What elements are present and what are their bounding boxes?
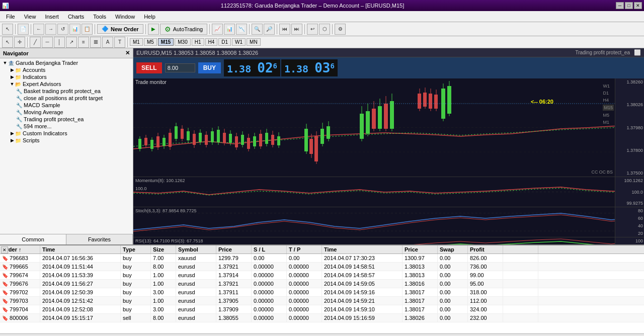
rsi-chart[interactable]: RSI(13): 64.7100 RSI(3): 67.7518 100 70 … bbox=[133, 237, 644, 244]
new-order-button[interactable]: 🔷 New Order bbox=[97, 24, 143, 34]
period-mn[interactable]: MN bbox=[247, 38, 261, 46]
tree-ea-ma[interactable]: 🔧 Moving Average bbox=[1, 109, 132, 116]
tree-ea-closeall[interactable]: 🔧 close all positions at profit target bbox=[1, 95, 132, 102]
toolbar-autotrade-icon[interactable]: ▶ bbox=[148, 24, 159, 35]
cell-order: 🔖 799704 bbox=[0, 305, 40, 313]
period-m15[interactable]: M15 bbox=[158, 38, 174, 46]
draw-crosshair[interactable]: ✛ bbox=[14, 37, 25, 48]
draw-text[interactable]: A bbox=[102, 37, 113, 48]
draw-label[interactable]: T bbox=[114, 37, 125, 48]
toolbar-templates[interactable]: 📋 bbox=[82, 24, 93, 35]
navigator-panel: Navigator ✕ ▼ 🏦 Garuda Berjangka Trader … bbox=[0, 48, 133, 244]
sell-button[interactable]: SELL bbox=[136, 62, 162, 73]
period-h1[interactable]: H1 bbox=[192, 38, 204, 46]
expand-icon[interactable]: ▼ bbox=[2, 60, 8, 66]
toolbar-chart-type2[interactable]: 📊 bbox=[224, 24, 235, 35]
table-row[interactable]: 🔖 799676 2014.04.09 11:56:27 buy 1.00 eu… bbox=[0, 280, 644, 288]
chart-maximize[interactable]: ⬜ bbox=[634, 49, 641, 56]
cell-swap: 0.00 bbox=[438, 314, 468, 322]
menu-view[interactable]: View bbox=[20, 13, 40, 21]
scripts-expand[interactable]: ▶ bbox=[9, 137, 15, 143]
tree-ea-basket[interactable]: 🔧 Basket trading profit protect_ea bbox=[1, 88, 132, 95]
toolbar-back[interactable]: ← bbox=[33, 24, 44, 35]
draw-line[interactable]: ╱ bbox=[30, 37, 41, 48]
autotrading-button[interactable]: ⚙ AutoTrading bbox=[160, 24, 208, 35]
cell-type: buy bbox=[121, 297, 151, 305]
menu-help[interactable]: Help bbox=[140, 13, 159, 21]
period-w1[interactable]: W1 bbox=[232, 38, 246, 46]
tree-root[interactable]: ▼ 🏦 Garuda Berjangka Trader bbox=[1, 59, 132, 66]
toolbar-objects[interactable]: ⬡ bbox=[319, 24, 330, 35]
cell-close-time: 2014.04.09 14:59:16 bbox=[322, 288, 403, 296]
period-m30[interactable]: M30 bbox=[175, 38, 190, 46]
tree-ea-more[interactable]: 🔧 594 more... bbox=[1, 123, 132, 130]
toolbar-chart-type3[interactable]: 📉 bbox=[236, 24, 247, 35]
ea-expand[interactable]: ▼ bbox=[9, 81, 15, 87]
period-d1[interactable]: D1 bbox=[218, 38, 231, 46]
tree-accounts[interactable]: ▶ 📁 Accounts bbox=[1, 66, 132, 73]
toolbar-new-chart[interactable]: 📄 bbox=[18, 24, 29, 35]
tree-ea-trading[interactable]: 🔧 Trading profit protect_ea bbox=[1, 116, 132, 123]
toolbar-undo[interactable]: ↩ bbox=[307, 24, 318, 35]
tree-ea-folder[interactable]: ▼ 📂 Expert Advisors bbox=[1, 80, 132, 88]
toolbar-zoom-in[interactable]: 🔍 bbox=[252, 24, 263, 35]
toolbar-refresh[interactable]: ↺ bbox=[57, 24, 68, 35]
table-row[interactable]: 🔖 799702 2014.04.09 12:50:39 buy 3.00 eu… bbox=[0, 288, 644, 297]
menu-insert[interactable]: Insert bbox=[41, 13, 63, 21]
nav-tab-common[interactable]: Common bbox=[0, 234, 66, 244]
tree-custom-ind[interactable]: ▶ 📁 Custom Indicators bbox=[1, 130, 132, 137]
draw-arrow[interactable]: ↗ bbox=[66, 37, 77, 48]
toolbar-indicators[interactable]: 📊 bbox=[69, 24, 80, 35]
table-row[interactable]: 🔖 799703 2014.04.09 12:51:42 buy 1.00 eu… bbox=[0, 297, 644, 305]
table-row[interactable]: 🔖 800006 2014.04.09 15:15:17 sell 8.00 e… bbox=[0, 314, 644, 322]
toolbar-forward[interactable]: → bbox=[45, 24, 56, 35]
cell-symbol: eurusd bbox=[176, 263, 216, 271]
close-button[interactable]: ✕ bbox=[634, 2, 642, 9]
terminal-close-button[interactable]: ✕ bbox=[1, 246, 8, 254]
period-m1[interactable]: M1 bbox=[130, 38, 143, 46]
table-row[interactable]: 🔖 796683 2014.04.07 16:56:36 buy 7.00 xa… bbox=[0, 254, 644, 263]
toolbar-arrow[interactable]: ↖ bbox=[2, 24, 13, 35]
indicators-expand[interactable]: ▶ bbox=[9, 74, 15, 80]
tree-ea-macd[interactable]: 🔧 MACD Sample bbox=[1, 102, 132, 109]
accounts-expand[interactable]: ▶ bbox=[9, 67, 15, 73]
stochastic-chart[interactable]: Stoch(6,3,3): 87.9854 89.7725 80 60 40 2… bbox=[133, 207, 644, 237]
order-icon: 🔷 bbox=[102, 26, 109, 32]
menu-file[interactable]: File bbox=[2, 13, 19, 21]
buy-button[interactable]: BUY bbox=[198, 62, 221, 73]
minimize-button[interactable]: ─ bbox=[616, 2, 624, 9]
menu-window[interactable]: Window bbox=[111, 13, 139, 21]
table-row[interactable]: 🔖 799704 2014.04.09 12:52:08 buy 3.00 eu… bbox=[0, 305, 644, 314]
chart-area[interactable]: EURUSD,M15 1.38053 1.38058 1.38008 1.380… bbox=[133, 48, 644, 244]
navigator-close[interactable]: ✕ bbox=[125, 50, 130, 56]
toolbar-chart-type1[interactable]: 📈 bbox=[212, 24, 223, 35]
toolbar-zoom-out[interactable]: 🔎 bbox=[264, 24, 275, 35]
main-chart[interactable]: Trade monitor <-- 06:20 1.38260 1.38026 … bbox=[133, 78, 644, 177]
table-row[interactable]: 🔖 799665 2014.04.09 11:51:44 buy 8.00 eu… bbox=[0, 263, 644, 271]
period-m5[interactable]: M5 bbox=[144, 38, 157, 46]
cell-tp: 0.00000 bbox=[287, 263, 322, 271]
accounts-icon: 📁 bbox=[15, 67, 21, 73]
lot-size-input[interactable] bbox=[165, 63, 195, 72]
buy-price-display: 1.38 036 bbox=[281, 59, 338, 76]
toolbar-scroll-left[interactable]: ⏮ bbox=[279, 24, 290, 35]
momentum-chart[interactable]: Momentum(8): 100.1262 100.0 100.1262 100… bbox=[133, 177, 644, 207]
tree-scripts[interactable]: ▶ 📁 Scripts bbox=[1, 137, 132, 144]
nav-tab-favorites[interactable]: Favorites bbox=[66, 234, 133, 244]
maximize-button[interactable]: □ bbox=[625, 2, 633, 9]
period-h4[interactable]: H4 bbox=[205, 38, 218, 46]
draw-vline[interactable]: │ bbox=[54, 37, 65, 48]
draw-hline[interactable]: ─ bbox=[42, 37, 53, 48]
draw-fib[interactable]: 𝌆 bbox=[90, 37, 101, 48]
draw-cursor[interactable]: ↖ bbox=[2, 37, 13, 48]
toolbar-settings[interactable]: ⚙ bbox=[335, 24, 346, 35]
table-header: Order ↑ Time Type Size Symbol Price S / … bbox=[0, 245, 644, 254]
tree-indicators[interactable]: ▶ 📁 Indicators bbox=[1, 73, 132, 80]
menu-charts[interactable]: Charts bbox=[64, 13, 88, 21]
cell-tp: 0.00000 bbox=[287, 288, 322, 296]
toolbar-scroll-right[interactable]: ⏭ bbox=[291, 24, 302, 35]
menu-tools[interactable]: Tools bbox=[89, 13, 110, 21]
custom-ind-expand[interactable]: ▶ bbox=[9, 130, 15, 136]
table-row[interactable]: 🔖 799674 2014.04.09 11:53:39 buy 1.00 eu… bbox=[0, 271, 644, 280]
draw-channels[interactable]: ≡ bbox=[78, 37, 89, 48]
